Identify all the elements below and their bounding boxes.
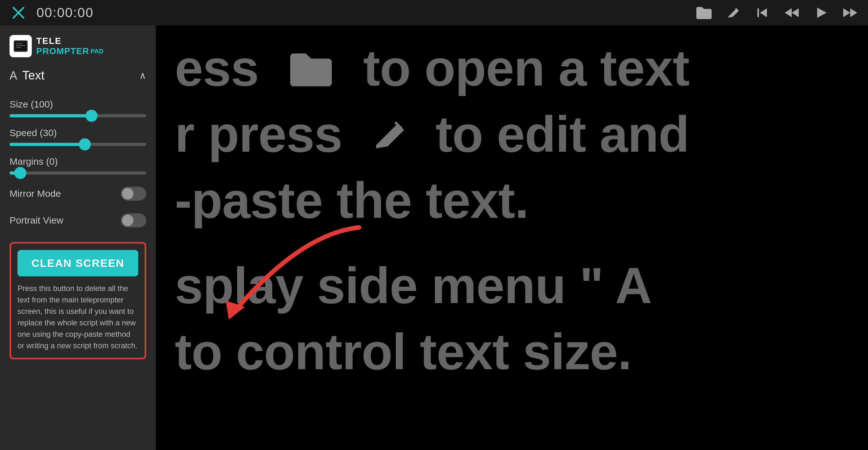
logo-pad: PAD: [91, 48, 103, 55]
teleprompter-line-3: -paste the text.: [175, 167, 689, 234]
teleprompter-line-2: r press to edit and: [175, 101, 689, 167]
rewind-icon[interactable]: [783, 4, 800, 21]
svg-marker-5: [785, 8, 792, 17]
svg-rect-2: [757, 8, 759, 17]
margins-slider-track[interactable]: [9, 172, 146, 175]
text-section-title: Text: [22, 69, 44, 82]
mirror-mode-knob: [122, 188, 133, 200]
portrait-view-toggle[interactable]: [121, 213, 146, 228]
svg-marker-6: [817, 8, 827, 18]
size-label: Size (100): [9, 99, 146, 110]
portrait-view-knob: [122, 215, 133, 226]
svg-marker-3: [760, 8, 767, 17]
clean-screen-button[interactable]: CLEAN SCREEN: [18, 250, 138, 276]
size-slider-track[interactable]: [9, 114, 146, 117]
skip-start-icon[interactable]: [754, 4, 771, 21]
section-title-row: A Text: [9, 69, 44, 82]
pencil-icon-inline: [370, 101, 408, 167]
clean-screen-description: Press this button to delete all the text…: [18, 283, 138, 352]
folder-icon-inline: [286, 35, 336, 101]
speed-label: Speed (30): [9, 127, 146, 138]
margins-slider-group: Margins (0): [9, 149, 146, 177]
folder-icon[interactable]: [696, 4, 712, 21]
portrait-view-label: Portrait View: [9, 215, 64, 226]
mirror-mode-toggle[interactable]: [121, 187, 146, 201]
teleprompter-line-5: to control text size.: [175, 319, 689, 385]
chevron-up-icon: ∧: [139, 70, 146, 81]
teleprompter-display: ess to open a text r press to edit and: [156, 25, 868, 450]
logo-icon: [9, 35, 32, 57]
top-bar: 00:00:00: [0, 0, 868, 25]
size-slider-thumb[interactable]: [86, 110, 98, 122]
teleprompter-text: ess to open a text r press to edit and: [175, 35, 689, 385]
logo-tele: TELE: [36, 36, 62, 46]
logo-area: TELE PROMPTER PAD: [9, 35, 146, 57]
top-bar-left: 00:00:00: [9, 4, 94, 22]
speed-slider-track[interactable]: [9, 143, 146, 146]
top-bar-right: [696, 4, 859, 21]
teleprompter-line-1: ess to open a text: [175, 35, 689, 101]
mirror-mode-label: Mirror Mode: [9, 188, 61, 199]
text-section-icon: A: [9, 69, 17, 82]
margins-slider-thumb[interactable]: [14, 167, 26, 179]
svg-marker-8: [850, 8, 857, 17]
play-icon[interactable]: [813, 4, 829, 21]
size-slider-group: Size (100): [9, 91, 146, 120]
mirror-mode-row: Mirror Mode: [9, 187, 146, 201]
fast-forward-icon[interactable]: [842, 4, 859, 21]
speed-slider-fill: [9, 143, 85, 146]
edit-icon[interactable]: [725, 4, 742, 21]
size-slider-fill: [9, 114, 92, 117]
svg-rect-13: [16, 47, 21, 48]
timer-display: 00:00:00: [36, 5, 94, 20]
clean-screen-section: CLEAN SCREEN Press this button to delete…: [9, 242, 146, 359]
speed-slider-group: Speed (30): [9, 120, 146, 149]
main-area: TELE PROMPTER PAD A Text ∧ Size (100): [0, 25, 868, 450]
svg-rect-12: [16, 45, 25, 46]
portrait-view-row: Portrait View: [9, 213, 146, 228]
sidebar: TELE PROMPTER PAD A Text ∧ Size (100): [0, 25, 156, 450]
margins-label: Margins (0): [9, 156, 146, 167]
logo-text: TELE PROMPTER PAD: [36, 36, 103, 56]
teleprompter-line-4: splay side menu " A: [175, 252, 689, 319]
logo-prompter: PROMPTER: [36, 46, 89, 56]
svg-rect-11: [16, 43, 23, 44]
text-section-header[interactable]: A Text ∧: [9, 69, 146, 82]
svg-marker-7: [843, 8, 850, 17]
close-button[interactable]: [9, 4, 27, 22]
speed-slider-thumb[interactable]: [79, 138, 91, 150]
svg-marker-4: [792, 8, 799, 17]
